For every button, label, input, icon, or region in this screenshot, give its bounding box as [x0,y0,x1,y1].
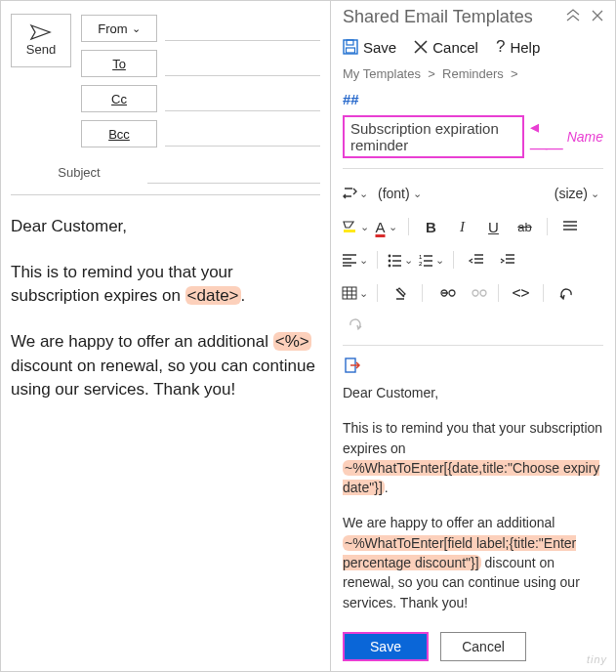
number-list-icon: 12 [419,254,432,266]
cancel-x-icon [414,40,428,54]
editor-paragraph-2: This is to remind you that your subscrip… [343,418,603,497]
align-button[interactable] [557,215,582,238]
save-button[interactable]: Save [343,632,429,661]
pane-title-row: Shared Email Templates [343,7,603,33]
compose-body[interactable]: Dear Customer, This is to remind you tha… [11,194,320,402]
popout-icon[interactable] [566,10,580,24]
text-direction-icon [343,187,356,200]
undo-button[interactable] [554,281,578,305]
align-left-button[interactable] [343,248,367,272]
compose-paragraph-3: We are happy to offer an additional <%> … [11,330,320,402]
svg-rect-1 [347,40,353,45]
pane-footer: Save Cancel [343,624,603,661]
toolbar-cancel[interactable]: Cancel [414,39,478,56]
pane-toolbar: Save Cancel ? Help [343,33,603,64]
editor-paragraph-3: We are happy to offer an additional ~%Wh… [343,513,603,611]
svg-text:1: 1 [419,254,423,260]
send-icon [30,24,52,40]
editor-greeting: Dear Customer, [343,383,603,402]
app-root: Send From ⌄ To C [1,1,615,671]
breadcrumb-folder[interactable]: Reminders [442,66,504,81]
indent-icon [501,254,514,266]
from-button[interactable]: From ⌄ [81,15,157,42]
clear-format-icon [393,286,407,300]
font-family-select[interactable]: (font) [374,182,426,205]
svg-text:2: 2 [419,261,423,267]
template-name-input[interactable]: Subscription expiration reminder [343,115,524,158]
exit-icon [345,357,360,373]
link-button[interactable] [432,281,457,305]
svg-point-4 [388,255,390,258]
align-left-icon [343,254,356,266]
clear-format-button[interactable] [388,281,412,305]
align-icon [563,221,577,232]
unlink-button[interactable] [464,281,488,305]
subject-row: Subject [11,155,320,189]
indent-button[interactable] [495,248,519,272]
send-button[interactable]: Send [11,14,71,67]
help-icon: ? [496,37,505,57]
link-icon [437,287,453,299]
exit-row [343,350,603,383]
unlink-icon [469,287,484,299]
font-color-icon: A [375,219,385,235]
to-input[interactable] [165,51,320,76]
compose-pane: Send From ⌄ To C [1,1,331,671]
from-input[interactable] [165,16,320,41]
annotation-label: Name [567,129,603,145]
highlight-button[interactable] [343,215,367,238]
code-button[interactable]: <> [509,281,533,305]
bcc-label: Bcc [108,127,130,142]
cancel-button[interactable]: Cancel [440,632,526,661]
send-label: Send [26,42,56,57]
subject-input[interactable] [147,160,320,184]
outdent-button[interactable] [464,248,488,272]
text-direction-button[interactable] [343,182,367,205]
compose-header: Send From ⌄ To C [11,11,320,151]
bold-button[interactable]: B [419,215,443,238]
editor-date-macro: ~%WhatToEnter[{date,title:"Choose expiry… [343,460,599,495]
toolbar-save[interactable]: Save [343,39,396,56]
window-controls [566,10,603,24]
bcc-input[interactable] [165,121,320,147]
strikethrough-button[interactable]: ab [513,215,537,238]
underline-button[interactable]: U [481,215,506,238]
template-name-row: Subscription expiration reminder ◂—— Nam… [343,115,603,168]
table-button[interactable] [343,281,367,305]
bullet-list-button[interactable] [388,248,412,272]
font-color-button[interactable]: A [374,215,398,238]
from-label: From [98,21,127,36]
breadcrumb: My Templates > Reminders > [343,64,603,91]
svg-rect-3 [344,230,355,232]
chevron-down-icon: ⌄ [132,22,141,35]
exit-editor-button[interactable] [343,356,362,375]
to-label: To [112,57,126,71]
breadcrumb-root[interactable]: My Templates [343,66,421,81]
undo-icon [559,287,573,299]
highlight-icon [342,220,357,233]
toolbar-help[interactable]: ? Help [496,37,540,57]
close-icon[interactable] [592,10,603,24]
svg-point-6 [388,265,390,268]
editor-body[interactable]: Dear Customer, This is to remind you tha… [343,383,603,624]
table-icon [343,287,356,299]
percent-placeholder: <%> [273,332,311,351]
templates-pane: Shared Email Templates Save [331,1,615,671]
bcc-button[interactable]: Bcc [81,120,157,147]
cc-label: Cc [111,92,127,106]
font-size-select[interactable]: (size) [551,182,603,205]
cc-button[interactable]: Cc [81,85,157,112]
save-disk-icon [343,39,358,55]
to-button[interactable]: To [81,50,157,77]
svg-rect-9 [343,287,356,299]
number-list-button[interactable]: 12 [419,248,443,272]
svg-rect-2 [347,48,355,53]
redo-button[interactable] [343,312,367,335]
hash-marker: ## [343,91,603,115]
outdent-icon [470,254,483,266]
italic-button[interactable]: I [450,215,474,238]
pane-title: Shared Email Templates [343,7,533,27]
cc-input[interactable] [165,86,320,111]
recipient-fields: From ⌄ To Cc [81,11,320,151]
bullet-list-icon [388,254,401,266]
